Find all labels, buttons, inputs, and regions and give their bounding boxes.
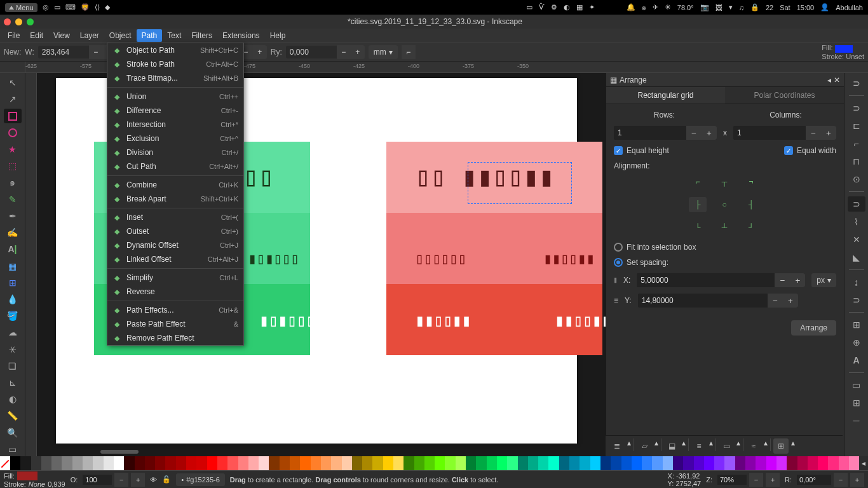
align-bc[interactable]: ┴ [715, 220, 733, 235]
palette-swatch[interactable] [714, 456, 724, 470]
cmd-obj[interactable]: ≈ [746, 438, 761, 454]
tray-icon[interactable]: ⟨⟩ [95, 3, 100, 11]
spacing-x-input[interactable] [637, 273, 775, 287]
gradient-tool[interactable]: ▦ [4, 259, 22, 273]
menu-item-difference[interactable]: ◆DifferenceCtrl+- [107, 104, 243, 118]
menu-item-remove-path-effect[interactable]: ◆Remove Path Effect [107, 331, 243, 345]
palette-swatch[interactable] [518, 456, 528, 470]
spacing-x-dec[interactable]: − [775, 273, 790, 287]
palette-swatch[interactable] [321, 456, 331, 470]
menu-item-exclusion[interactable]: ◆ExclusionCtrl+^ [107, 132, 243, 146]
menu-object[interactable]: Object [104, 29, 137, 42]
measure-tool[interactable]: 📏 [4, 409, 22, 423]
palette-swatch[interactable] [403, 456, 414, 470]
palette-swatch[interactable] [62, 456, 72, 470]
cmd-path[interactable]: ⬓ [664, 438, 679, 454]
rows-dec-button[interactable]: − [686, 126, 702, 140]
snap-bbox[interactable]: ⊃ [848, 100, 865, 116]
menu-item-dynamic-offset[interactable]: ◆Dynamic OffsetCtrl+J [107, 238, 243, 252]
palette-swatch[interactable] [93, 456, 103, 470]
palette-swatch[interactable] [51, 456, 62, 470]
tweak-tool[interactable]: ☁ [4, 325, 22, 339]
zoom-input[interactable] [717, 475, 747, 485]
lpe-tool[interactable]: ◐ [4, 392, 22, 406]
palette-swatch[interactable] [683, 456, 693, 470]
palette-swatch[interactable] [10, 456, 20, 470]
zoom-tool[interactable]: 🔍 [4, 426, 22, 440]
palette-swatch[interactable] [72, 456, 83, 470]
set-spacing-radio[interactable]: Set spacing: [614, 258, 668, 267]
menu-filters[interactable]: Filters [186, 29, 217, 42]
rotation-input[interactable] [797, 475, 831, 485]
tray-icon[interactable]: Ѷ [539, 3, 545, 11]
palette-swatch[interactable] [673, 456, 683, 470]
cmd-text[interactable]: ≡ [691, 438, 707, 454]
palette-swatch[interactable] [104, 456, 114, 470]
palette-swatch[interactable] [797, 456, 808, 470]
width-input[interactable] [38, 46, 89, 58]
palette-swatch[interactable] [663, 456, 673, 470]
desktop-menu-button[interactable]: Menu [5, 3, 37, 12]
visibility-toggle[interactable]: 👁 [150, 476, 157, 484]
ry-input[interactable] [286, 46, 337, 58]
menu-item-paste-path-effect[interactable]: ◆Paste Path Effect& [107, 317, 243, 331]
palette-swatch[interactable] [787, 456, 797, 470]
cols-dec-button[interactable]: − [806, 126, 821, 140]
snap-page[interactable]: ▭ [848, 377, 865, 393]
snap-midpoint[interactable]: ⊓ [848, 154, 865, 169]
palette-swatch[interactable] [548, 456, 559, 470]
opacity-input[interactable] [83, 475, 112, 485]
camera-icon[interactable]: 📷 [700, 3, 709, 11]
text-tool[interactable]: A| [4, 242, 22, 256]
snap-corner[interactable]: ⌐ [848, 136, 865, 151]
opacity-inc[interactable]: + [131, 473, 145, 487]
menu-item-combine[interactable]: ◆CombineCtrl+K [107, 178, 243, 192]
palette-swatch[interactable] [300, 456, 310, 470]
palette-swatch[interactable] [217, 456, 227, 470]
palette-swatch[interactable] [342, 456, 352, 470]
palette-swatch[interactable] [828, 456, 838, 470]
width-dec-button[interactable]: − [89, 45, 103, 59]
palette-swatch[interactable] [642, 456, 652, 470]
palette-swatch[interactable] [176, 456, 186, 470]
mesh-tool[interactable]: ⊞ [4, 276, 22, 290]
palette-swatch[interactable] [849, 456, 859, 470]
align-br[interactable]: ┘ [742, 220, 760, 235]
cols-input[interactable] [733, 126, 806, 140]
menu-item-inset[interactable]: ◆InsetCtrl+( [107, 210, 243, 224]
palette-swatch[interactable] [155, 456, 165, 470]
clipboard-icon[interactable]: 🖼 [715, 4, 722, 11]
nav-icon[interactable]: ✈ [653, 3, 658, 11]
tray-icon[interactable]: ⚙ [551, 3, 557, 11]
rot-inc[interactable]: + [850, 473, 864, 487]
menu-item-object-to-path[interactable]: ◆Object to PathShift+Ctrl+C [107, 43, 243, 57]
palette-swatch[interactable] [196, 456, 207, 470]
palette-swatch[interactable] [207, 456, 217, 470]
calligraphy-tool[interactable]: ✍ [4, 226, 22, 240]
menu-help[interactable]: Help [265, 29, 291, 42]
palette-swatch[interactable] [393, 456, 403, 470]
pages-tool[interactable]: ▭ [4, 442, 22, 456]
snap-edge[interactable]: ⊏ [848, 118, 865, 133]
palette-swatch[interactable] [507, 456, 517, 470]
palette-swatch[interactable] [41, 456, 51, 470]
palette-swatch[interactable] [487, 456, 497, 470]
menu-item-stroke-to-path[interactable]: ◆Stroke to PathCtrl+Alt+C [107, 57, 243, 71]
ellipse-tool[interactable] [4, 126, 22, 140]
maximize-window-button[interactable] [27, 18, 34, 25]
snap-grid[interactable]: ⊞ [848, 395, 865, 410]
align-mc[interactable]: ○ [715, 197, 733, 212]
menu-item-linked-offset[interactable]: ◆Linked OffsetCtrl+Alt+J [107, 252, 243, 266]
spacing-y-dec[interactable]: − [768, 294, 783, 308]
palette-swatch[interactable] [238, 456, 248, 470]
palette-swatch[interactable] [818, 456, 828, 470]
align-mr[interactable]: ┤ [742, 197, 760, 212]
cols-inc-button[interactable]: + [821, 126, 836, 140]
palette-none-swatch[interactable] [0, 456, 10, 470]
palette-swatch[interactable] [559, 456, 569, 470]
snap-path[interactable]: ⌇ [848, 214, 865, 229]
align-tr[interactable]: ¬ [742, 174, 760, 189]
pencil-tool[interactable]: ✎ [4, 193, 22, 207]
palette-swatch[interactable] [424, 456, 435, 470]
palette-swatch[interactable] [414, 456, 424, 470]
